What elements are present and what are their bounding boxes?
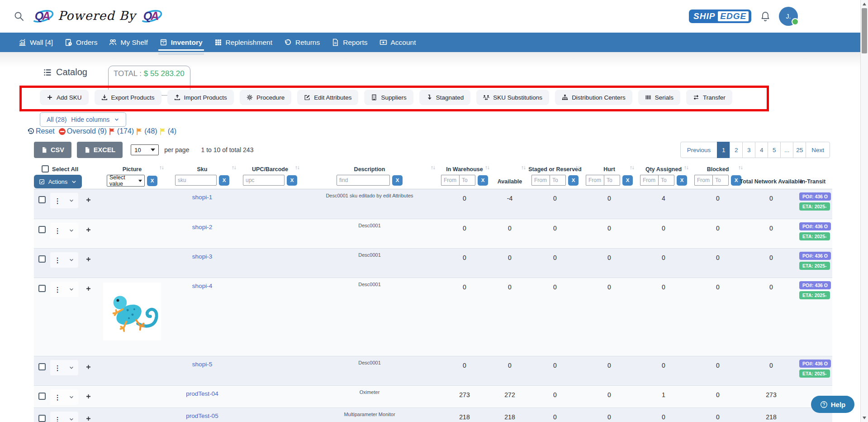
- serials-button[interactable]: Serials: [638, 90, 680, 105]
- clear-filter-button[interactable]: X: [287, 175, 297, 186]
- clear-filter-button[interactable]: X: [147, 176, 157, 186]
- sort-icon[interactable]: [738, 165, 744, 171]
- expand-row-button[interactable]: [78, 278, 98, 356]
- blocked-from-input[interactable]: [694, 175, 712, 186]
- sort-icon[interactable]: [575, 165, 581, 171]
- eta-badge[interactable]: ETA: 2025-: [799, 202, 830, 211]
- qty-assigned-to-input[interactable]: [658, 175, 674, 186]
- row-checkbox[interactable]: [38, 393, 46, 400]
- page-button-1[interactable]: 1: [717, 142, 730, 158]
- avatar[interactable]: J.: [779, 7, 798, 26]
- reset-filter[interactable]: Reset: [27, 127, 55, 135]
- in-warehouse-from-input[interactable]: [441, 175, 459, 186]
- csv-export-button[interactable]: CSV: [34, 142, 71, 158]
- previous-page-button[interactable]: Previous: [680, 142, 718, 158]
- row-checkbox[interactable]: [38, 255, 46, 263]
- sku-link[interactable]: prodTest-04: [166, 386, 238, 408]
- hide-columns-dropdown[interactable]: All (28) Hide columns: [40, 112, 126, 127]
- po-badge[interactable]: PO#: 436 O: [799, 192, 831, 201]
- page-button-4[interactable]: 4: [755, 142, 768, 158]
- eta-badge[interactable]: ETA: 2025-: [799, 369, 830, 378]
- qty-assigned-from-input[interactable]: [640, 175, 658, 186]
- sort-icon[interactable]: [294, 165, 300, 171]
- row-actions-menu[interactable]: ⋮: [50, 193, 78, 208]
- actions-dropdown-button[interactable]: Actions: [34, 175, 82, 188]
- in-warehouse-to-input[interactable]: [459, 175, 475, 186]
- per-page-select[interactable]: 10: [131, 144, 159, 155]
- page-button-5[interactable]: 5: [768, 142, 781, 158]
- scrollbar-thumb[interactable]: [862, 8, 867, 53]
- row-actions-menu[interactable]: ⋮: [50, 389, 78, 405]
- sku-link[interactable]: prodTest-05: [166, 408, 238, 422]
- sort-icon[interactable]: [159, 165, 165, 171]
- expand-row-button[interactable]: [78, 219, 98, 248]
- clear-filter-button[interactable]: X: [392, 175, 403, 186]
- help-button[interactable]: Help: [811, 396, 854, 413]
- row-actions-menu[interactable]: ⋮: [50, 412, 78, 422]
- row-actions-menu[interactable]: ⋮: [50, 252, 78, 268]
- sort-icon[interactable]: [629, 165, 635, 171]
- search-icon[interactable]: [14, 11, 24, 22]
- next-page-button[interactable]: Next: [806, 142, 830, 158]
- expand-row-button[interactable]: [78, 408, 98, 422]
- page-button-3[interactable]: 3: [742, 142, 755, 158]
- po-badge[interactable]: PO#: 436 O: [799, 281, 831, 289]
- po-badge[interactable]: PO#: 436 O: [799, 360, 831, 368]
- row-checkbox[interactable]: [38, 363, 46, 370]
- expand-row-button[interactable]: [78, 249, 98, 278]
- row-checkbox[interactable]: [38, 196, 46, 203]
- eta-badge[interactable]: ETA: 2025-: [799, 262, 830, 270]
- clear-filter-button[interactable]: X: [219, 175, 229, 186]
- stagnated-button[interactable]: Stagnated: [419, 90, 471, 105]
- sku-filter-input[interactable]: [175, 175, 217, 186]
- page-button-25[interactable]: 25: [793, 142, 806, 158]
- row-checkbox[interactable]: [38, 285, 46, 292]
- transfer-button[interactable]: Transfer: [686, 90, 732, 105]
- sort-icon[interactable]: [231, 165, 237, 171]
- yellow-flag-filter[interactable]: (4): [159, 127, 177, 135]
- expand-row-button[interactable]: [78, 386, 98, 408]
- po-badge[interactable]: PO#: 436 O: [799, 222, 831, 230]
- scroll-up-arrow-icon[interactable]: [863, 3, 866, 5]
- staged-from-input[interactable]: [531, 175, 550, 186]
- nav-item-wall[interactable]: Wall [4]: [13, 33, 59, 52]
- nav-item-account[interactable]: Account: [374, 33, 422, 52]
- suppliers-button[interactable]: Suppliers: [364, 90, 413, 105]
- orange-flag-filter[interactable]: (48): [136, 127, 157, 135]
- nav-item-replenishment[interactable]: Replenishment: [209, 33, 278, 52]
- clear-filter-button[interactable]: X: [622, 175, 633, 186]
- row-checkbox[interactable]: [38, 415, 46, 422]
- sku-substitutions-button[interactable]: SKU Substitutions: [476, 90, 549, 105]
- bell-icon[interactable]: [760, 11, 771, 22]
- row-checkbox[interactable]: [38, 226, 46, 233]
- row-actions-menu[interactable]: ⋮: [50, 223, 78, 238]
- sort-icon[interactable]: [430, 165, 436, 171]
- select-all-checkbox[interactable]: [42, 165, 49, 173]
- blocked-to-input[interactable]: [712, 175, 729, 186]
- sku-link[interactable]: shopi-3: [166, 249, 238, 278]
- sort-icon[interactable]: [484, 165, 490, 171]
- clear-filter-button[interactable]: X: [568, 175, 579, 186]
- edit-attributes-button[interactable]: Edit Attributes: [297, 90, 358, 105]
- description-filter-input[interactable]: [337, 175, 390, 186]
- eta-badge[interactable]: ETA: 2025-: [799, 232, 830, 240]
- clear-filter-button[interactable]: X: [478, 175, 488, 186]
- sku-link[interactable]: shopi-5: [166, 356, 238, 385]
- oversold-filter[interactable]: Oversold (9): [58, 127, 107, 135]
- import-products-button[interactable]: Import Products: [167, 90, 234, 105]
- vertical-scrollbar[interactable]: [860, 0, 868, 422]
- product-image-gecko[interactable]: [103, 282, 161, 341]
- sort-icon[interactable]: [521, 165, 526, 171]
- nav-item-inventory[interactable]: Inventory: [154, 33, 209, 52]
- nav-item-reports[interactable]: Reports: [326, 33, 373, 52]
- hurt-to-input[interactable]: [604, 175, 620, 186]
- clear-filter-button[interactable]: X: [677, 175, 687, 186]
- expand-row-button[interactable]: [78, 356, 98, 385]
- export-products-button[interactable]: Export Products: [95, 90, 161, 105]
- po-badge[interactable]: PO#: 436 O: [799, 252, 831, 260]
- picture-filter-select[interactable]: Select value: [107, 175, 145, 187]
- page-button-2[interactable]: 2: [730, 142, 743, 158]
- nav-item-returns[interactable]: Returns: [278, 33, 326, 52]
- nav-item-my-shelf[interactable]: My Shelf: [103, 33, 153, 52]
- sort-icon[interactable]: [683, 165, 689, 171]
